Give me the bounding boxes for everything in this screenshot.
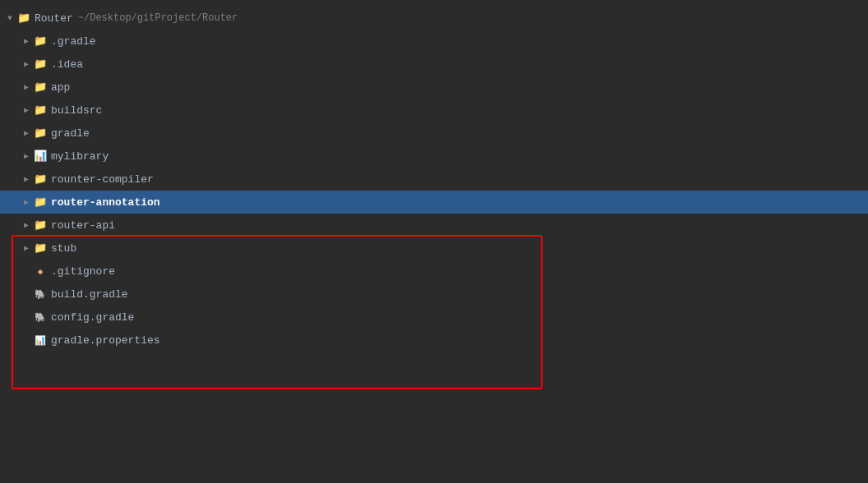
tree-item-rounter-compiler[interactable]: 📁 rounter-compiler: [0, 168, 868, 191]
gitignore-label: .gitignore: [51, 265, 115, 278]
router-api-arrow: [20, 218, 33, 232]
idea-arrow: [20, 58, 33, 71]
gradle2-arrow: [20, 126, 33, 140]
tree-item-gradle2[interactable]: 📁 gradle: [0, 122, 868, 145]
gradle2-folder-icon: 📁: [33, 126, 48, 140]
root-arrow: [3, 12, 16, 25]
gradle2-label: gradle: [51, 127, 90, 140]
gradle-folder-icon: 📁: [33, 34, 48, 48]
rounter-compiler-arrow: [20, 172, 33, 186]
tree-item-gitignore[interactable]: ◆ .gitignore: [0, 260, 868, 283]
buildsrc-folder-icon: 📁: [33, 104, 48, 117]
idea-folder-icon: 📁: [33, 58, 48, 71]
root-path: ~/Desktop/gitProject/Router: [78, 12, 238, 24]
file-tree: 📁 Router ~/Desktop/gitProject/Router 📁 .…: [0, 0, 868, 483]
buildsrc-arrow: [20, 104, 33, 117]
router-annotation-arrow: [20, 196, 33, 209]
root-folder-icon: 📁: [16, 12, 31, 25]
app-folder-icon: 📁: [33, 80, 48, 94]
app-label: app: [51, 81, 70, 94]
tree-item-build-gradle[interactable]: 🐘 build.gradle: [0, 283, 868, 306]
tree-item-config-gradle[interactable]: 🐘 config.gradle: [0, 306, 868, 329]
gitignore-file-icon: ◆: [33, 264, 48, 278]
app-arrow: [20, 80, 33, 94]
gradle-properties-label: gradle.properties: [51, 334, 160, 347]
tree-root[interactable]: 📁 Router ~/Desktop/gitProject/Router: [0, 7, 868, 30]
mylibrary-arrow: [20, 150, 33, 163]
router-api-folder-icon: 📁: [33, 218, 48, 232]
tree-item-mylibrary[interactable]: 📊 mylibrary: [0, 145, 868, 168]
config-gradle-label: config.gradle: [51, 311, 134, 324]
tree-item-buildsrc[interactable]: 📁 buildsrc: [0, 99, 868, 122]
tree-item-stub[interactable]: 📁 stub: [0, 237, 868, 260]
tree-item-gradle-properties[interactable]: 📊 gradle.properties: [0, 329, 868, 352]
mylibrary-label: mylibrary: [51, 150, 108, 163]
router-annotation-folder-icon: 📁: [33, 196, 48, 209]
router-annotation-label: router-annotation: [51, 196, 160, 209]
config-gradle-file-icon: 🐘: [33, 310, 48, 324]
tree-item-router-annotation[interactable]: 📁 router-annotation: [0, 191, 868, 214]
rounter-compiler-label: rounter-compiler: [51, 173, 154, 186]
build-gradle-file-icon: 🐘: [33, 288, 48, 301]
config-gradle-arrow: [20, 310, 33, 324]
gradle-properties-file-icon: 📊: [33, 334, 48, 347]
router-api-label: router-api: [51, 219, 115, 232]
tree-item-app[interactable]: 📁 app: [0, 76, 868, 99]
tree-item-router-api[interactable]: 📁 router-api: [0, 214, 868, 237]
root-label: Router: [35, 12, 73, 25]
gradle-arrow: [20, 34, 33, 48]
gradle-label: .gradle: [51, 35, 96, 48]
tree-item-idea[interactable]: 📁 .idea: [0, 53, 868, 76]
stub-folder-icon: 📁: [33, 242, 48, 255]
tree-item-gradle[interactable]: 📁 .gradle: [0, 30, 868, 53]
build-gradle-arrow: [20, 288, 33, 301]
gradle-properties-arrow: [20, 334, 33, 347]
mylibrary-folder-icon: 📊: [33, 150, 48, 163]
idea-label: .idea: [51, 58, 83, 71]
build-gradle-label: build.gradle: [51, 288, 128, 301]
stub-arrow: [20, 242, 33, 255]
stub-label: stub: [51, 242, 76, 255]
gitignore-arrow: [20, 264, 33, 278]
buildsrc-label: buildsrc: [51, 104, 102, 117]
rounter-compiler-folder-icon: 📁: [33, 172, 48, 186]
